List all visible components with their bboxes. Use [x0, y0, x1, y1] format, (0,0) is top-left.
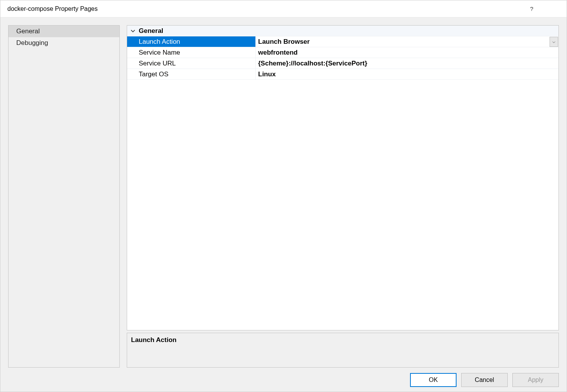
window-title: docker-compose Property Pages — [7, 5, 98, 12]
category-title: General — [139, 27, 163, 35]
description-title: Launch Action — [131, 336, 555, 344]
titlebar: docker-compose Property Pages ? — [0, 0, 567, 17]
help-icon: ? — [530, 5, 533, 12]
property-row-service-url[interactable]: Service URL {Scheme}://localhost:{Servic… — [127, 58, 558, 69]
help-button[interactable]: ? — [520, 0, 543, 17]
sidebar: General Debugging — [8, 25, 120, 368]
dialog-window: docker-compose Property Pages ? General … — [0, 0, 567, 392]
close-button[interactable] — [543, 0, 567, 17]
property-label: Launch Action — [127, 36, 256, 47]
chevron-down-icon[interactable] — [129, 28, 136, 34]
apply-button[interactable]: Apply — [512, 373, 559, 387]
sidebar-item-label: General — [16, 28, 40, 35]
property-label: Service URL — [127, 58, 256, 69]
description-panel: Launch Action — [127, 333, 559, 368]
property-value[interactable]: webfrontend — [256, 47, 558, 58]
property-row-service-name[interactable]: Service Name webfrontend — [127, 47, 558, 58]
category-header[interactable]: General — [127, 26, 558, 36]
property-label: Service Name — [127, 47, 256, 58]
property-row-launch-action[interactable]: Launch Action Launch Browser — [127, 36, 558, 47]
sidebar-item-debugging[interactable]: Debugging — [9, 37, 119, 49]
cancel-button[interactable]: Cancel — [461, 373, 508, 387]
property-row-target-os[interactable]: Target OS Linux — [127, 69, 558, 80]
dialog-button-row: OK Cancel Apply — [8, 368, 559, 387]
property-value[interactable]: Linux — [256, 69, 558, 79]
sidebar-item-general[interactable]: General — [9, 26, 119, 37]
titlebar-controls: ? — [520, 0, 567, 17]
right-pane: General Launch Action Launch Browser Ser… — [127, 25, 559, 368]
dropdown-button[interactable] — [550, 37, 558, 47]
property-grid: General Launch Action Launch Browser Ser… — [127, 25, 559, 330]
property-label: Target OS — [127, 69, 256, 79]
property-value[interactable]: Launch Browser — [256, 36, 558, 47]
chevron-down-icon — [552, 39, 556, 45]
content-area: General Debugging General Launch Action — [0, 17, 567, 392]
ok-button[interactable]: OK — [410, 373, 457, 387]
property-value[interactable]: {Scheme}://localhost:{ServicePort} — [256, 58, 558, 69]
sidebar-item-label: Debugging — [16, 39, 48, 46]
main-pane: General Debugging General Launch Action — [8, 25, 559, 368]
